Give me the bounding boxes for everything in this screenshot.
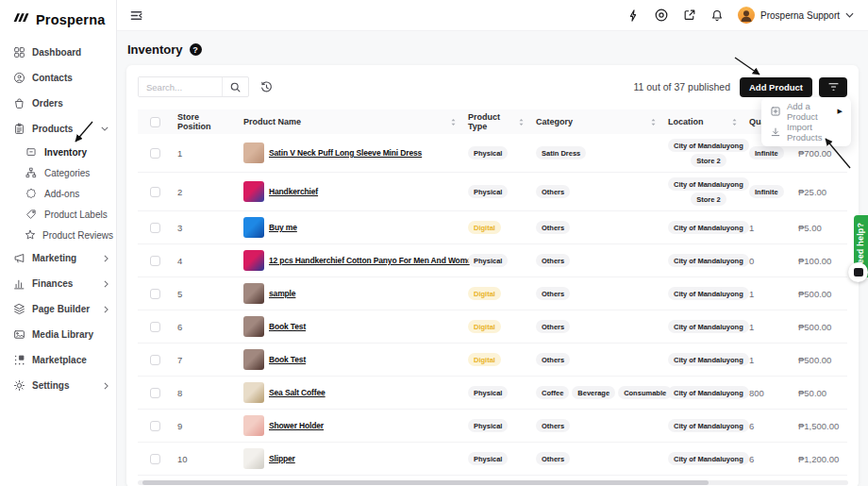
table-body: 1Satin V Neck Puff Long Sleeve Mini Dres… [138,134,847,476]
dropdown-item-add-a-product[interactable]: Add a Product▶ [761,101,851,122]
sidebar-item-dashboard[interactable]: Dashboard [0,40,116,65]
product-name-link[interactable]: 12 pcs Handkerchief Cotton Panyo For Men… [269,256,476,265]
help-icon[interactable]: ? [190,43,202,56]
category-badge: Others [536,419,570,432]
search-icon[interactable] [222,77,248,96]
product-name-link[interactable]: Shower Holder [269,421,324,430]
sidebar-item-categories[interactable]: Categories [0,162,116,183]
sidebar-item-product-labels[interactable]: Product Labels [0,204,116,225]
category-badge: Others [536,353,570,366]
sidebar-item-marketplace[interactable]: Marketplace [0,347,116,373]
store-position: 8 [177,388,182,398]
location-badge: City of Mandaluyong [668,254,749,267]
product-name-link[interactable]: Satin V Neck Puff Long Sleeve Mini Dress [269,148,422,158]
quick-actions-icon[interactable] [626,8,640,23]
search-input[interactable] [139,77,222,96]
row-checkbox[interactable] [150,148,160,159]
reset-history-icon[interactable] [259,80,274,94]
sort-icon[interactable] [518,118,525,126]
product-price: ₱100.00 [798,256,831,266]
product-name-link[interactable]: Book Test [269,322,306,331]
row-checkbox[interactable] [150,289,160,299]
sort-icon[interactable] [450,118,457,126]
sidebar-item-product-reviews[interactable]: Product Reviews [0,225,116,245]
sidebar-nav: DashboardContactsOrdersProductsInventory… [0,40,116,398]
open-store-external-icon[interactable] [683,8,696,22]
chat-widget-button[interactable] [848,262,868,282]
sidebar-item-add-ons[interactable]: Add-ons [0,183,116,204]
user-menu[interactable]: Prosperna Support [738,7,854,24]
prosperna-logo-icon [11,10,31,28]
addons-icon [25,188,38,199]
sidebar-item-products[interactable]: Products [0,116,116,142]
store-position: 3 [177,223,182,233]
product-type-badge: Digital [468,353,501,366]
product-thumbnail [243,382,264,403]
sidebar-item-settings[interactable]: Settings [0,373,116,398]
location-badge: City of Mandaluyong [668,386,749,399]
category-badge: Beverage [572,386,615,399]
row-checkbox[interactable] [150,421,160,431]
product-price: ₱50.00 [798,388,826,398]
product-name-link[interactable]: Book Test [269,355,306,364]
product-name-link[interactable]: Sea Salt Coffee [269,388,326,397]
category-badge: Others [536,320,570,333]
marketplace-icon [12,354,25,366]
brand-logo[interactable]: Prosperna [0,0,116,40]
row-checkbox[interactable] [150,322,160,332]
row-checkbox[interactable] [150,454,160,464]
product-name-link[interactable]: Buy me [269,223,297,232]
orders-icon [12,97,25,109]
sidebar-item-contacts[interactable]: Contacts [0,65,116,91]
quantity-badge: Infinite [749,185,784,198]
table-row: 6Book TestDigitalOthersCity of Mandaluyo… [138,310,847,344]
product-name-link[interactable]: sample [269,289,295,298]
sidebar-collapse-icon[interactable] [129,8,143,23]
sidebar-item-inventory[interactable]: Inventory [0,142,116,162]
dropdown-item-import-products[interactable]: Import Products [761,122,851,142]
sidebar-item-marketing[interactable]: Marketing [0,245,116,271]
table-row: 3Buy meDigitalOthersCity of Mandaluyong1… [138,211,847,244]
product-name-link[interactable]: Slipper [269,454,295,463]
app-root: Prosperna DashboardContactsOrdersProduct… [0,0,868,486]
product-price: ₱700.00 [798,148,831,159]
inventory-card: 11 out of 37 published Add Product Store… [126,65,859,486]
category-badge: Coffee [536,386,569,399]
sidebar-item-finances[interactable]: Finances [0,271,116,296]
chevron-down-icon [101,126,108,131]
scrollbar-thumb[interactable] [142,480,709,485]
category-badge: Others [536,287,570,300]
sort-icon[interactable] [731,118,738,126]
sidebar-item-orders[interactable]: Orders [0,91,116,116]
toolbar: 11 out of 37 published Add Product [138,76,847,97]
row-checkbox[interactable] [150,256,160,266]
table-row: 412 pcs Handkerchief Cotton Panyo For Me… [138,244,847,277]
product-thumbnail [243,448,264,469]
page-title: Inventory [127,42,183,57]
sort-icon[interactable] [650,118,657,126]
filter-button[interactable] [819,77,847,97]
column-header-product-type: Product Type [462,112,530,131]
product-type-badge: Digital [468,287,501,300]
settings-icon [12,379,25,392]
quantity-value: 6 [749,454,754,464]
row-checkbox[interactable] [150,187,160,197]
goals-target-icon[interactable] [654,8,669,23]
sidebar-item-page-builder[interactable]: Page Builder [0,296,116,322]
import-icon [770,126,781,138]
product-price: ₱500.00 [798,355,831,365]
table-header: Store PositionProduct NameProduct TypeCa… [138,109,847,134]
select-all-checkbox[interactable] [150,117,160,127]
row-checkbox[interactable] [150,388,160,398]
sidebar-item-media-library[interactable]: Media Library [0,322,116,347]
row-checkbox[interactable] [150,355,160,365]
notifications-bell-icon[interactable] [710,8,724,23]
row-checkbox[interactable] [150,223,160,233]
product-price: ₱500.00 [798,289,831,299]
chevron-right-icon [104,280,108,288]
topbar: Prosperna Support [117,0,868,31]
store-position: 10 [177,454,188,464]
quantity-value: 1 [749,223,754,233]
add-product-button[interactable]: Add Product [740,77,812,97]
product-name-link[interactable]: Handkerchief [269,187,318,196]
